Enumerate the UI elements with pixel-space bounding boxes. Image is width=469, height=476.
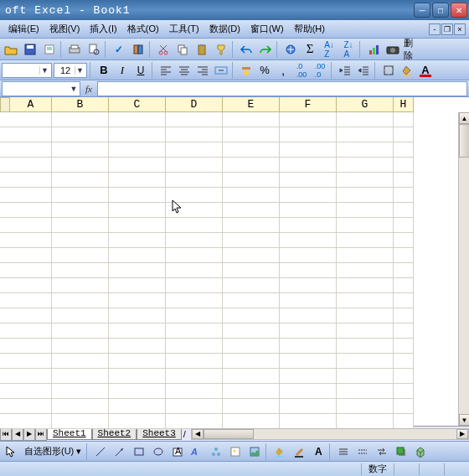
textbox-icon[interactable]: A — [168, 442, 187, 461]
formula-bar[interactable] — [97, 81, 467, 96]
print-preview-icon[interactable] — [85, 40, 103, 59]
underline-button[interactable]: U — [132, 62, 149, 79]
cell[interactable] — [52, 384, 109, 399]
mdi-restore-button[interactable]: ❐ — [441, 23, 453, 35]
copy-icon[interactable] — [173, 40, 192, 59]
menu-help[interactable]: 帮助(H) — [289, 21, 330, 37]
menu-window[interactable]: 窗口(W) — [245, 21, 289, 37]
cell[interactable] — [280, 173, 337, 188]
clipart-icon[interactable] — [226, 442, 245, 461]
cell[interactable] — [52, 263, 109, 278]
cell[interactable] — [0, 112, 52, 127]
cell[interactable] — [166, 173, 223, 188]
hyperlink-icon[interactable] — [281, 40, 300, 59]
cell[interactable] — [109, 354, 166, 369]
menu-insert[interactable]: 插入(I) — [85, 21, 121, 37]
cell[interactable] — [337, 339, 394, 354]
cell[interactable] — [394, 293, 414, 308]
cell[interactable] — [394, 369, 414, 384]
line-color-icon[interactable] — [290, 442, 308, 461]
chart-icon[interactable] — [364, 40, 383, 59]
cell[interactable] — [52, 323, 109, 339]
cell[interactable] — [52, 203, 109, 218]
scroll-down-button[interactable]: ▼ — [459, 414, 469, 426]
cell[interactable] — [280, 112, 337, 127]
font-name-combo[interactable]: ▼ — [2, 63, 52, 78]
sheet-tab-1[interactable]: Sheet1 — [47, 427, 92, 440]
cell[interactable] — [223, 173, 280, 188]
cell[interactable] — [166, 127, 223, 142]
sheet-tab-2[interactable]: Sheet2 — [92, 427, 137, 440]
cell[interactable] — [52, 369, 109, 384]
cell[interactable] — [166, 369, 223, 384]
cell[interactable] — [109, 248, 166, 263]
cell[interactable] — [394, 308, 414, 323]
cell[interactable] — [394, 218, 414, 233]
currency-button[interactable] — [238, 62, 255, 79]
cell[interactable] — [394, 173, 414, 188]
oval-icon[interactable] — [149, 442, 168, 461]
cell[interactable] — [223, 414, 280, 429]
cell[interactable] — [223, 203, 280, 218]
cell[interactable] — [109, 263, 166, 278]
cell[interactable] — [0, 263, 52, 278]
cell[interactable] — [337, 263, 394, 278]
cell[interactable] — [52, 112, 109, 127]
cell[interactable] — [337, 354, 394, 369]
bold-button[interactable]: B — [95, 62, 112, 79]
cell[interactable] — [337, 278, 394, 293]
grid-cells[interactable] — [0, 112, 458, 426]
increase-decimal-button[interactable]: .0.00 — [293, 62, 310, 79]
open-icon[interactable] — [2, 40, 20, 59]
cell[interactable] — [280, 127, 337, 142]
cut-icon[interactable] — [154, 40, 173, 59]
menu-edit[interactable]: 编辑(E) — [3, 21, 44, 37]
column-header-E[interactable]: E — [223, 97, 280, 112]
cell[interactable] — [166, 263, 223, 278]
cell[interactable] — [52, 278, 109, 293]
cell[interactable] — [337, 293, 394, 308]
cell[interactable] — [52, 308, 109, 323]
cell[interactable] — [0, 339, 52, 354]
cell[interactable] — [166, 233, 223, 248]
column-header-D[interactable]: D — [166, 97, 223, 112]
cell[interactable] — [166, 112, 223, 127]
cell[interactable] — [0, 188, 52, 203]
name-box[interactable]: ▼ — [2, 81, 80, 96]
cell[interactable] — [337, 399, 394, 414]
cell[interactable] — [109, 339, 166, 354]
column-header-F[interactable]: F — [280, 97, 337, 112]
autoshapes-button[interactable]: 自选图形(U) ▾ — [21, 443, 85, 459]
cell[interactable] — [0, 233, 52, 248]
cell[interactable] — [223, 354, 280, 369]
cell[interactable] — [223, 248, 280, 263]
cell[interactable] — [52, 248, 109, 263]
cell[interactable] — [280, 278, 337, 293]
cell[interactable] — [280, 323, 337, 339]
arrow-style-icon[interactable] — [373, 442, 391, 461]
column-header-A[interactable]: A — [10, 97, 52, 112]
align-left-button[interactable] — [157, 62, 174, 79]
cell[interactable] — [223, 308, 280, 323]
cell[interactable] — [337, 112, 394, 127]
cell[interactable] — [109, 293, 166, 308]
cell[interactable] — [394, 158, 414, 173]
fx-button[interactable]: fx — [80, 84, 97, 94]
scroll-right-button[interactable]: ▶ — [456, 429, 468, 439]
cell[interactable] — [223, 263, 280, 278]
paste-icon[interactable] — [193, 40, 211, 59]
cell[interactable] — [109, 218, 166, 233]
cell[interactable] — [52, 218, 109, 233]
cell[interactable] — [223, 218, 280, 233]
sheet-tab-3[interactable]: Sheet3 — [137, 427, 182, 440]
redo-icon[interactable] — [256, 40, 275, 59]
cell[interactable] — [52, 173, 109, 188]
cell[interactable] — [280, 248, 337, 263]
cell[interactable] — [166, 293, 223, 308]
cell[interactable] — [337, 369, 394, 384]
cell[interactable] — [337, 323, 394, 339]
cell[interactable] — [166, 158, 223, 173]
cell[interactable] — [0, 158, 52, 173]
cell[interactable] — [337, 173, 394, 188]
cell[interactable] — [109, 384, 166, 399]
